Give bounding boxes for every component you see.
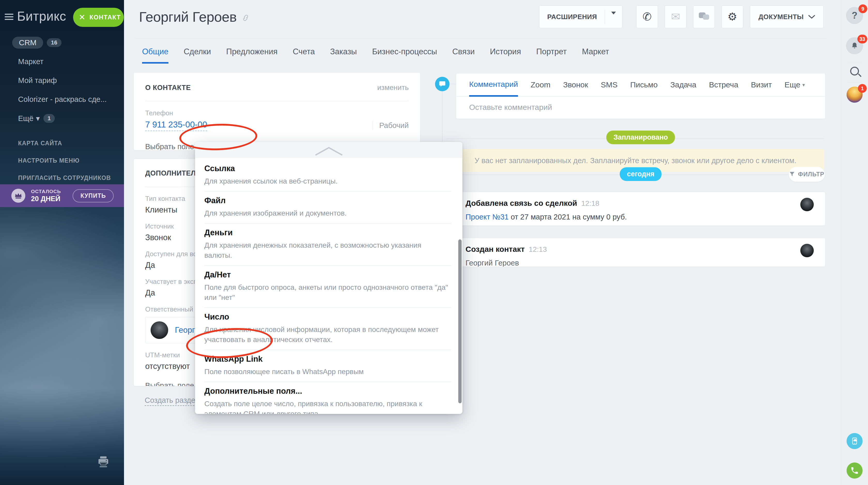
printer-icon[interactable] (97, 456, 110, 469)
contact-entity-button[interactable]: ✕ КОНТАКТ (73, 8, 124, 27)
tab-deals[interactable]: Сделки (184, 47, 211, 64)
tab-market[interactable]: Маркет (582, 47, 609, 64)
option-title: Да/Нет (204, 270, 451, 280)
select-field-link[interactable]: Выбрать поле (145, 381, 194, 386)
tab-comment[interactable]: Комментарий (469, 74, 518, 97)
deal-link[interactable]: Проект №31 (466, 213, 509, 221)
sidebar: Битрикс 24 ✕ КОНТАКТ CRM 16 Маркет Мой т… (0, 0, 124, 485)
call-button[interactable]: ✆ (636, 5, 658, 28)
profile-button[interactable]: 1 (846, 87, 863, 103)
popup-scrollbar[interactable] (458, 239, 462, 403)
tab-visit[interactable]: Визит (751, 73, 772, 96)
telephony-button[interactable] (846, 462, 863, 479)
settings-button[interactable]: ⚙ (721, 5, 743, 28)
option-file[interactable]: Файл Для хранения изображений и документ… (204, 192, 451, 224)
page-title: Георгий Героев (139, 9, 250, 25)
avatar (800, 244, 814, 257)
sidebar-link-configure-menu[interactable]: НАСТРОИТЬ МЕНЮ (18, 157, 119, 164)
entry-title: Создан контакт (466, 245, 525, 254)
close-icon[interactable]: ✕ (79, 13, 85, 21)
right-rail: ? 9 33 1 (841, 0, 868, 485)
timeline-entry[interactable]: Добавлена связь со сделкой 12:18 Проект … (456, 192, 826, 226)
entry-body: от 27 марта 2021 на сумму 0 руб. (511, 213, 627, 221)
phone-label: Телефон (145, 109, 409, 117)
create-section-link[interactable]: Создать раздел (145, 396, 199, 406)
email-button[interactable]: ✉ (665, 5, 686, 28)
comment-input[interactable]: Оставьте комментарий (456, 97, 825, 118)
copy-link-icon[interactable] (242, 9, 250, 25)
app-logo: Битрикс (17, 9, 66, 24)
tab-quotes[interactable]: Предложения (226, 47, 278, 64)
tab-task[interactable]: Задача (671, 73, 696, 96)
extensions-button[interactable]: РАСШИРЕНИЯ (539, 5, 622, 28)
contact-name: Георгий Героев (139, 9, 237, 25)
notifications-badge: 33 (858, 35, 867, 44)
sidebar-link-sitemap[interactable]: КАРТА САЙТА (18, 140, 119, 147)
sidebar-menu: CRM 16 Маркет Мой тариф Colorizer - раск… (12, 37, 119, 192)
option-whatsapp-link[interactable]: WhatsApp Link Поле позволяющее писать в … (204, 350, 451, 382)
edit-link[interactable]: изменить (377, 84, 409, 92)
tab-more[interactable]: Еще▾ (784, 73, 805, 96)
buy-button[interactable]: КУПИТЬ (72, 189, 114, 202)
tab-history[interactable]: История (490, 47, 521, 64)
trial-remaining-label: ОСТАЛОСЬ (31, 189, 72, 194)
tab-letter[interactable]: Письмо (630, 73, 657, 96)
search-button[interactable] (850, 67, 859, 76)
sidebar-item-more[interactable]: Ещё (18, 114, 33, 123)
tab-business-processes[interactable]: Бизнес-процессы (372, 47, 437, 64)
trial-banner: ОСТАЛОСЬ 20 ДНЕЙ КУПИТЬ (0, 184, 124, 207)
tab-zoom[interactable]: Zoom (531, 73, 551, 96)
search-icon (850, 67, 859, 76)
option-title: Число (204, 312, 451, 322)
avatar (151, 321, 168, 339)
option-desc: Поле для быстрого опроса, анкеты или про… (204, 282, 451, 303)
trial-days-left: 20 ДНЕЙ (31, 195, 72, 203)
option-money[interactable]: Деньги Для хранения денежных показателей… (204, 224, 451, 266)
mobile-app-button[interactable] (846, 433, 863, 449)
extensions-dropdown-arrow[interactable] (605, 15, 622, 19)
option-title: Дополнительные поля... (204, 387, 451, 396)
phone-value-link[interactable]: 7 911 235-00-00 (145, 120, 207, 131)
documents-button[interactable]: ДОКУМЕНТЫ (750, 5, 824, 28)
phone-icon: ✆ (643, 11, 652, 22)
sidebar-item-colorizer[interactable]: Colorizer - раскрась сде... (12, 95, 119, 104)
filter-button[interactable]: ФИЛЬТР (789, 167, 825, 182)
tab-general[interactable]: Общие (142, 47, 168, 64)
comment-composer-card: Комментарий Zoom Звонок SMS Письмо Задач… (456, 73, 826, 119)
option-yes-no[interactable]: Да/Нет Поле для быстрого опроса, анкеты … (204, 266, 451, 308)
option-number[interactable]: Число Для хранения числовой информации, … (204, 308, 451, 350)
funnel-icon (789, 171, 795, 177)
avatar (800, 198, 814, 211)
tab-sms[interactable]: SMS (601, 73, 617, 96)
chat-button[interactable] (693, 5, 715, 28)
sidebar-item-crm[interactable]: CRM (12, 37, 43, 49)
notifications-button[interactable]: 33 (846, 37, 863, 54)
help-button[interactable]: ? 9 (846, 7, 863, 24)
tab-relations[interactable]: Связи (452, 47, 475, 64)
entry-time: 12:13 (529, 245, 547, 254)
tab-call[interactable]: Звонок (563, 73, 588, 96)
option-desc: Поле позволяющее писать в WhatsApp первы… (204, 367, 451, 377)
tab-portrait[interactable]: Портрет (536, 47, 567, 64)
option-desc: Для хранения числовой информации, котора… (204, 324, 451, 345)
today-badge[interactable]: сегодня (620, 167, 661, 181)
tab-orders[interactable]: Заказы (330, 47, 357, 64)
sidebar-item-tariff[interactable]: Мой тариф (12, 76, 119, 85)
sidebar-link-invite-employees[interactable]: ПРИГЛАСИТЬ СОТРУДНИКОВ (18, 174, 119, 181)
tab-meeting[interactable]: Встреча (709, 73, 738, 96)
gear-icon: ⚙ (727, 11, 737, 22)
hamburger-menu-icon[interactable] (5, 14, 13, 21)
tab-invoices[interactable]: Счета (293, 47, 315, 64)
option-desc: Для хранения изображений и документов. (204, 208, 451, 218)
entry-time: 12:18 (581, 199, 599, 208)
timeline-entry[interactable]: Создан контакт 12:13 Георгий Героев (456, 238, 826, 267)
option-link[interactable]: Ссылка Для хранения ссылок на веб-страни… (204, 160, 451, 192)
chevron-down-icon: ▾ (36, 114, 40, 123)
comment-stream-icon[interactable] (435, 77, 450, 91)
chevron-up-icon (313, 146, 344, 156)
sidebar-item-market[interactable]: Маркет (12, 57, 119, 66)
select-field-link[interactable]: Выбрать поле (145, 142, 194, 150)
option-additional-fields[interactable]: Дополнительные поля... Создать поле цело… (204, 382, 451, 414)
mail-icon: ✉ (671, 11, 680, 22)
filter-label: ФИЛЬТР (798, 171, 824, 178)
